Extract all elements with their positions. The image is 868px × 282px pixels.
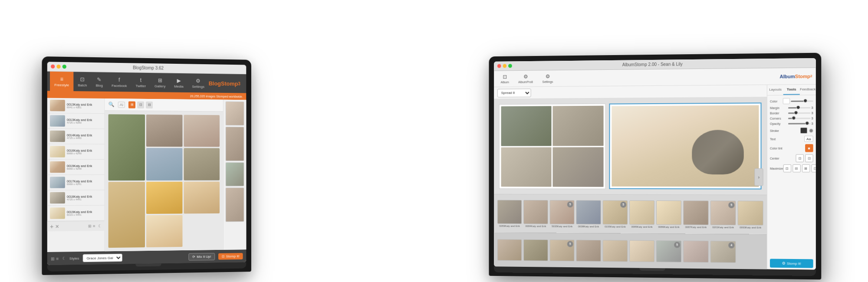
mix-it-up-button[interactable]: ⟳ Mix It Up! (189, 252, 215, 260)
film-item-10[interactable]: 0093Katy and Erik (738, 200, 763, 229)
grid-photo-8[interactable] (184, 181, 220, 213)
film2-item-6[interactable] (629, 240, 654, 262)
thumb-item-2[interactable]: 0014Katy and Erik 4725 x 4440 (47, 129, 105, 144)
grid-photo-5[interactable] (184, 148, 220, 180)
maximize-btn-3[interactable]: ⊞ (802, 164, 810, 172)
film-item-9[interactable]: 5 0201Katy and Erik (710, 200, 736, 229)
grid-photo-2[interactable] (146, 115, 182, 147)
as-maximize-button[interactable] (508, 64, 512, 68)
as-minimize-button[interactable] (503, 64, 506, 68)
toolbar-media[interactable]: ▶ Media (170, 73, 187, 92)
left-photo-3[interactable] (501, 147, 552, 187)
maximize-btn-2[interactable]: ⊟ (792, 164, 801, 172)
search-icon[interactable]: 🔍 (108, 102, 115, 107)
add-photo-button[interactable]: + (50, 223, 53, 230)
bottom-icon-1[interactable]: ⊞ (51, 256, 54, 261)
maximize-btn-4[interactable]: ⊡ (811, 164, 816, 172)
remove-photo-button[interactable]: × (56, 223, 59, 230)
thumb-image-1 (50, 115, 65, 127)
film-item-3[interactable]: 5 5035Katy and Erik (550, 200, 575, 228)
grid-photo-9[interactable] (146, 215, 182, 247)
film2-item-9[interactable]: 4 (710, 240, 736, 262)
film-item-2[interactable]: 0084Katy and Erik (523, 200, 548, 227)
left-photo-2[interactable] (552, 106, 603, 146)
grid-photo-4[interactable] (146, 148, 182, 180)
toolbar-albumpro8[interactable]: ⚙ AlbumPro8 (515, 74, 536, 84)
format-icon-list[interactable]: ⊡ (137, 101, 144, 108)
stroke-dot[interactable] (809, 128, 813, 132)
thumb-item-5[interactable]: 0017Katy and Erik 6969 x 4241 (47, 175, 105, 190)
maximize-btn-1[interactable]: ⊡ (783, 164, 791, 172)
grid-photo-7[interactable] (146, 181, 182, 213)
styles-dropdown[interactable]: Grace Jones Galleries (82, 254, 122, 262)
thumb-item-4[interactable]: 0019Katy and Erik 6969 x 4248 (47, 160, 105, 175)
as-stomp-it-button[interactable]: ⚙ Stomp It! (770, 259, 813, 268)
format-icon-grid[interactable]: ⊞ (128, 101, 135, 108)
dark-mode-toggle[interactable]: ☾ (98, 224, 102, 228)
strip-thumb-2[interactable] (226, 127, 244, 161)
minimize-button[interactable] (56, 65, 60, 69)
strip-thumb-4[interactable] (226, 187, 244, 222)
margin-slider[interactable] (788, 107, 810, 108)
text-button[interactable]: Aa (804, 136, 813, 142)
film-item-4[interactable]: 0038Katy and Erik (576, 200, 601, 228)
maximize-button[interactable] (62, 65, 66, 69)
spread-dropdown[interactable]: Spread 8 (497, 89, 531, 97)
toolbar-twitter[interactable]: t Twitter (131, 72, 150, 92)
as-close-button[interactable] (497, 64, 501, 68)
grid-photo-1[interactable] (108, 114, 145, 180)
tab-feedback[interactable]: Feedback (799, 85, 815, 95)
film-item-1[interactable]: 0283Katy and Erik (497, 200, 522, 227)
film2-item-1[interactable] (497, 239, 522, 261)
thumb-item-1[interactable]: 0013Katy and Erik 4725 x 4340 (47, 113, 105, 129)
toolbar-facebook[interactable]: f Facebook (107, 72, 132, 92)
border-slider[interactable] (788, 112, 810, 114)
film2-item-2[interactable] (523, 239, 548, 261)
list-view-button[interactable]: ≡ (93, 224, 95, 228)
thumb-item-3[interactable]: 0016Katy and Erik 6969 x 4248 (47, 144, 105, 160)
film2-item-4[interactable] (576, 239, 601, 261)
dark-mode-icon[interactable]: ☾ (62, 256, 66, 261)
color-tint-orange[interactable]: ■ (805, 144, 813, 152)
left-photo-1[interactable] (501, 106, 552, 146)
film2-item-8[interactable] (683, 240, 708, 262)
stomp-it-button[interactable]: ⊡ Stomp It! (218, 253, 243, 260)
color-swatch-white[interactable] (783, 98, 790, 104)
color-slider[interactable] (791, 100, 813, 102)
thumb-item-6[interactable]: 0018Katy and Erik 4725 x 4441 (47, 190, 105, 206)
grid-photo-3[interactable] (184, 115, 220, 147)
center-btn-2[interactable]: ⊡ (805, 154, 813, 162)
left-photo-4[interactable] (552, 147, 603, 187)
close-button[interactable] (51, 65, 55, 69)
film2-item-5[interactable] (603, 240, 628, 262)
toolbar-as-settings[interactable]: ⚙ Settings (539, 73, 556, 83)
grid-photo-6[interactable] (108, 182, 145, 248)
strip-thumb-3[interactable] (226, 162, 244, 186)
toolbar-batch[interactable]: ⊡ Batch (73, 72, 91, 92)
toolbar-freestyle[interactable]: ≡ Freestyle (50, 72, 73, 91)
corners-slider[interactable] (788, 118, 810, 119)
center-btn-1[interactable]: ⊡ (796, 154, 804, 162)
canvas-next-button[interactable]: › (754, 168, 763, 186)
film-item-6[interactable]: 0085Katy and Erik (629, 200, 654, 228)
opacity-slider[interactable] (788, 123, 810, 124)
thumb-item-0[interactable]: 0013Katy and Erik 6941 x 4361 (47, 98, 105, 114)
tab-layouts[interactable]: Layouts (767, 85, 783, 95)
format-icon-large[interactable]: ⊟ (146, 101, 153, 108)
film2-item-3[interactable]: 5 (550, 239, 575, 261)
film2-item-7[interactable]: 5 (656, 240, 681, 262)
film-item-5[interactable]: 5 0155Katy and Erik (603, 200, 628, 228)
album-page-right[interactable] (609, 102, 761, 189)
grid-view-button[interactable]: ⊞ (88, 224, 92, 228)
tab-tools[interactable]: Tools (783, 85, 799, 95)
toolbar-blog[interactable]: ✎ Blog (91, 72, 107, 92)
stroke-swatch[interactable] (800, 128, 807, 134)
strip-thumb-1[interactable] (226, 102, 244, 126)
toolbar-album[interactable]: ⊡ Album (497, 74, 513, 84)
bottom-icon-2[interactable]: ≡ (56, 256, 59, 261)
toolbar-gallery[interactable]: ⊞ Gallery (150, 73, 170, 92)
film-item-8[interactable]: 0087Katy and Erik (683, 200, 708, 229)
thumb-item-7[interactable]: 0019Katy and Erik 6023 x 4441 (47, 206, 105, 221)
film-item-7[interactable]: 0086Katy and Erik (656, 200, 681, 228)
toolbar-settings[interactable]: ⚙ Settings (188, 73, 209, 92)
